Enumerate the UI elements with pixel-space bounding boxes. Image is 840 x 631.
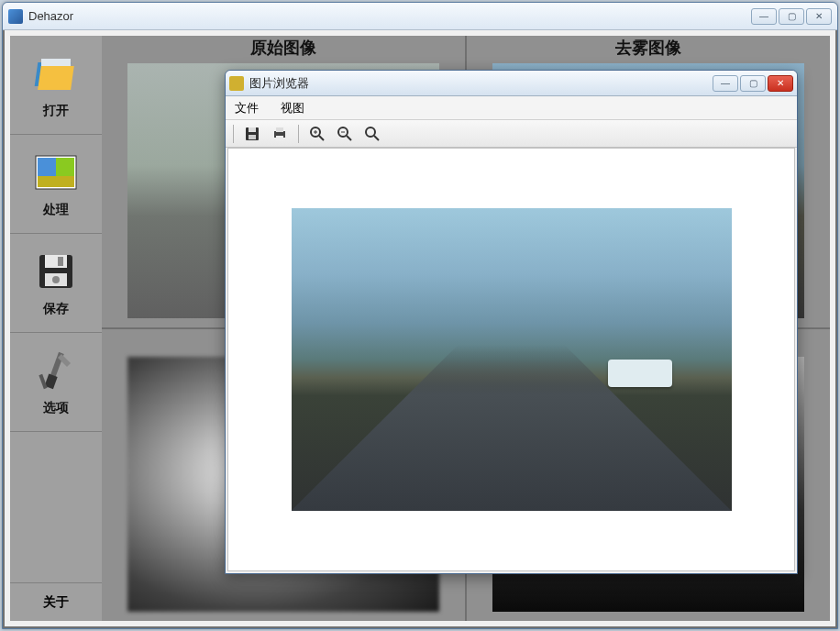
svg-rect-16 bbox=[249, 127, 256, 132]
process-label: 处理 bbox=[43, 202, 69, 218]
menu-file[interactable]: 文件 bbox=[231, 98, 262, 118]
svg-line-29 bbox=[374, 136, 379, 140]
toolbar-zoom-fit-button[interactable] bbox=[361, 123, 383, 145]
svg-point-11 bbox=[52, 276, 60, 283]
save-label: 保存 bbox=[43, 301, 69, 317]
main-maximize-button[interactable]: ▢ bbox=[779, 8, 804, 25]
main-minimize-button[interactable]: — bbox=[751, 8, 777, 25]
options-label: 选项 bbox=[43, 400, 69, 416]
sidebar-spacer bbox=[10, 432, 102, 582]
viewer-image[interactable] bbox=[292, 208, 732, 511]
dialog-title: 图片浏览器 bbox=[249, 75, 713, 92]
sidebar: 打开 处理 保存 选项 bbox=[10, 36, 102, 621]
svg-line-22 bbox=[319, 136, 324, 140]
save-icon bbox=[244, 126, 260, 142]
sidebar-item-process[interactable]: 处理 bbox=[10, 135, 102, 234]
process-icon bbox=[34, 150, 78, 194]
panel-original-title: 原始图像 bbox=[102, 36, 465, 60]
app-title: Dehazor bbox=[28, 9, 751, 23]
dialog-window-controls: — ▢ ✕ bbox=[713, 75, 793, 92]
sidebar-item-open[interactable]: 打开 bbox=[10, 36, 102, 135]
zoom-in-icon bbox=[309, 126, 326, 142]
dialog-menubar: 文件 视图 bbox=[226, 96, 797, 120]
main-window-controls: — ▢ ✕ bbox=[751, 8, 832, 25]
print-icon bbox=[271, 126, 288, 142]
zoom-out-icon bbox=[337, 126, 353, 142]
dialog-maximize-button[interactable]: ▢ bbox=[740, 75, 766, 92]
svg-rect-2 bbox=[38, 66, 74, 90]
main-close-button[interactable]: ✕ bbox=[806, 8, 832, 25]
dialog-titlebar[interactable]: 图片浏览器 — ▢ ✕ bbox=[226, 71, 797, 96]
zoom-fit-icon bbox=[364, 126, 381, 142]
panel-dehazed-title: 去雾图像 bbox=[467, 36, 830, 60]
svg-line-26 bbox=[347, 136, 351, 140]
sidebar-item-about[interactable]: 关于 bbox=[10, 582, 102, 621]
dialog-close-button[interactable]: ✕ bbox=[768, 75, 793, 92]
toolbar-sep-0 bbox=[233, 125, 234, 143]
app-icon bbox=[8, 9, 23, 24]
open-icon bbox=[34, 51, 78, 95]
menu-view[interactable]: 视图 bbox=[277, 98, 308, 118]
options-icon bbox=[34, 349, 78, 393]
open-label: 打开 bbox=[43, 103, 69, 119]
toolbar-sep-1 bbox=[298, 125, 299, 143]
svg-rect-6 bbox=[38, 176, 74, 187]
sidebar-item-save[interactable]: 保存 bbox=[10, 234, 102, 333]
svg-rect-14 bbox=[39, 373, 47, 388]
svg-point-28 bbox=[366, 127, 375, 137]
svg-rect-17 bbox=[249, 135, 256, 139]
dialog-icon bbox=[229, 76, 244, 91]
save-icon bbox=[34, 249, 78, 293]
toolbar-save-button[interactable] bbox=[241, 123, 263, 145]
toolbar-zoom-out-button[interactable] bbox=[334, 123, 356, 145]
image-viewer-dialog: 图片浏览器 — ▢ ✕ 文件 视图 bbox=[225, 70, 798, 574]
dialog-viewport[interactable] bbox=[227, 148, 795, 571]
dialog-minimize-button[interactable]: — bbox=[713, 75, 738, 92]
svg-rect-19 bbox=[276, 127, 283, 132]
toolbar-print-button[interactable] bbox=[269, 123, 291, 145]
svg-rect-9 bbox=[58, 257, 63, 266]
sidebar-item-options[interactable]: 选项 bbox=[10, 333, 102, 432]
toolbar-zoom-in-button[interactable] bbox=[306, 123, 328, 145]
svg-rect-20 bbox=[276, 136, 283, 140]
dialog-toolbar bbox=[226, 120, 797, 148]
svg-rect-8 bbox=[45, 255, 67, 268]
main-titlebar[interactable]: Dehazor — ▢ ✕ bbox=[3, 3, 837, 30]
